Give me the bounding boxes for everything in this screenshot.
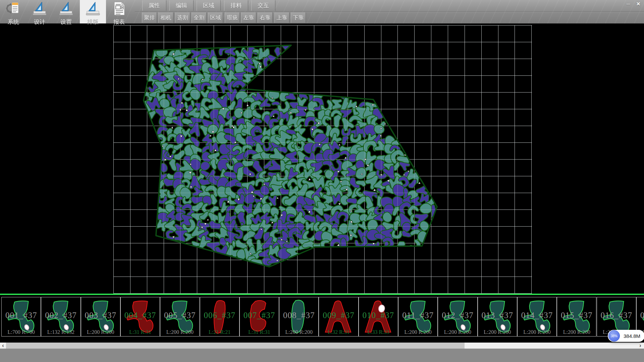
- piece-thumbnail-strip: 001_#37 L:700 R:700 002_#37 L:132 R:132 …: [0, 294, 644, 343]
- piece-lr-count: L:200 R:200: [518, 329, 556, 335]
- piece-id-label: 011_#37: [398, 311, 437, 320]
- piece-id-label: 002_#37: [41, 311, 80, 320]
- piece-lr-count: L:200 R:200: [557, 329, 596, 335]
- piece-lr-count: L:31 R:31: [121, 329, 160, 335]
- piece-id-label: 001_#37: [2, 311, 41, 320]
- piece-id-label: 012_#37: [438, 311, 477, 320]
- piece-lr-count: L:200 R:200: [279, 329, 318, 335]
- tool-button-select-cut[interactable]: 选割: [175, 12, 190, 23]
- scroll-right-arrow[interactable]: ›: [637, 343, 643, 349]
- piece-id-label: 010_#37: [359, 311, 398, 320]
- piece-lr-count: L:200 R:200: [438, 329, 477, 335]
- progress-percent: 38%: [611, 334, 618, 338]
- toolbar: 系统 设计 设置: [0, 0, 644, 23]
- menu-tab-edit[interactable]: 编辑: [169, 0, 194, 11]
- status-bar: [0, 349, 644, 362]
- piece-id-label: 014_#37: [518, 311, 556, 320]
- progress-badge[interactable]: 38% 384.8M: [608, 330, 644, 342]
- piece-id-label: 016_#37: [597, 311, 636, 320]
- menu-tab-nesting[interactable]: 排料: [224, 0, 248, 11]
- system-icon: [6, 0, 21, 18]
- piece-id-label: 006_#37: [200, 311, 239, 320]
- piece-lr-count: L:200 R:200: [160, 329, 199, 335]
- piece-id-label: 013_#37: [478, 311, 517, 320]
- piece-thumbnail[interactable]: 001_#37 L:700 R:700: [1, 297, 41, 337]
- menu-tab-interaction[interactable]: 交互: [251, 0, 275, 11]
- piece-lr-count: L:32 R:31: [319, 329, 358, 335]
- piece-thumbnail[interactable]: 010_#37 L:33 R:33: [359, 297, 398, 337]
- nav-item-report[interactable]: 报表: [106, 0, 132, 23]
- scrollbar-thumb[interactable]: [6, 343, 465, 349]
- horizontal-scrollbar[interactable]: ‹ ›: [0, 343, 644, 349]
- piece-lr-count: L:200 R:200: [478, 329, 517, 335]
- piece-thumbnail[interactable]: 006_#37 L:21 R:21: [200, 297, 239, 337]
- nav-label-system: 系统: [8, 18, 19, 26]
- tool-button-defect[interactable]: 瑕疵: [225, 12, 240, 23]
- tool-button-cut-all[interactable]: 全割: [192, 12, 207, 23]
- piece-lr-count: L:33 R:33: [359, 329, 398, 335]
- menu-tab-properties[interactable]: 属性: [142, 0, 166, 11]
- piece-thumbnail[interactable]: 012_#37 L:200 R:200: [438, 297, 477, 337]
- tool-button-zone[interactable]: 区域: [208, 12, 223, 23]
- piece-thumbnail[interactable]: 013_#37 L:200 R:200: [478, 297, 517, 337]
- minimize-button[interactable]: ─: [623, 0, 633, 8]
- piece-thumbnail[interactable]: 008_#37 L:200 R:200: [279, 297, 319, 337]
- piece-lr-count: L:31 R:31: [240, 329, 279, 335]
- piece-id-label: 003_#37: [81, 311, 120, 320]
- tool-button-camera[interactable]: 相机: [158, 12, 173, 23]
- report-icon: [112, 0, 126, 18]
- nesting-canvas[interactable]: [0, 23, 644, 294]
- nav-label-layout: 排版: [87, 18, 99, 26]
- tool-button-snap-up[interactable]: 上靠: [274, 12, 289, 23]
- piece-lr-count: L:700 R:700: [2, 329, 41, 335]
- progress-circle: 38%: [608, 330, 620, 342]
- piece-thumbnail[interactable]: 015_#37 L:200 R:200: [557, 297, 596, 337]
- piece-id-label: 007_#37: [240, 311, 279, 320]
- piece-id-label: 005_#37: [160, 311, 199, 320]
- piece-id-label: 008_#37: [279, 311, 318, 320]
- piece-lr-count: L:132 R:132: [41, 329, 80, 335]
- tool-button-snap-right[interactable]: 右靠: [258, 12, 273, 23]
- piece-thumbnail[interactable]: 004_#37 L:31 R:31: [120, 297, 160, 337]
- piece-thumbnail[interactable]: 005_#37 L:200 R:200: [160, 297, 200, 337]
- tool-button-snap-down[interactable]: 下靠: [291, 12, 306, 23]
- nav-label-settings: 设置: [60, 18, 72, 26]
- piece-lr-count: L:200 R:200: [398, 329, 437, 335]
- piece-thumbnail[interactable]: 014_#37 L:200 R:200: [517, 297, 557, 337]
- piece-lr-count: L:200 R:200: [81, 329, 120, 335]
- nav-item-design[interactable]: 设计: [27, 0, 52, 23]
- piece-id-label: 004_#37: [121, 311, 160, 320]
- layout-icon: [86, 0, 100, 18]
- piece-thumbnail[interactable]: 002_#37 L:132 R:132: [41, 297, 80, 337]
- application-window: 系统 设计 设置: [0, 0, 644, 362]
- memory-usage-label: 384.8M: [624, 333, 640, 339]
- piece-thumbnail[interactable]: 003_#37 L:200 R:200: [81, 297, 120, 337]
- piece-id-label: 009_#37: [319, 311, 358, 320]
- nav-label-design: 设计: [34, 18, 45, 26]
- nav-item-settings[interactable]: 设置: [53, 0, 79, 23]
- strip-top-border: [0, 294, 644, 295]
- nav-item-layout[interactable]: 排版: [80, 0, 106, 23]
- design-icon: [32, 0, 47, 18]
- piece-id-label: 017_#37: [637, 311, 644, 320]
- piece-thumbnail[interactable]: 011_#37 L:200 R:200: [398, 297, 438, 337]
- piece-thumbnail[interactable]: 007_#37 L:31 R:31: [239, 297, 279, 337]
- piece-thumbnail[interactable]: 009_#37 L:32 R:31: [319, 297, 358, 337]
- tool-button-cluster-nest[interactable]: 聚排: [142, 12, 157, 23]
- settings-icon: [59, 0, 73, 18]
- toolbar-row-divider-highlight: [135, 12, 644, 12]
- menu-tab-region[interactable]: 区域: [197, 0, 221, 11]
- piece-id-label: 015_#37: [557, 311, 596, 320]
- scroll-left-arrow[interactable]: ‹: [0, 343, 6, 349]
- nav-item-system[interactable]: 系统: [1, 0, 26, 23]
- piece-lr-count: L:21 R:21: [200, 329, 239, 335]
- tool-button-snap-left[interactable]: 左靠: [241, 12, 256, 23]
- close-button[interactable]: ✕: [634, 0, 643, 8]
- nav-label-report: 报表: [113, 18, 125, 26]
- thumbnail-cells: 001_#37 L:700 R:700 002_#37 L:132 R:132 …: [0, 297, 644, 337]
